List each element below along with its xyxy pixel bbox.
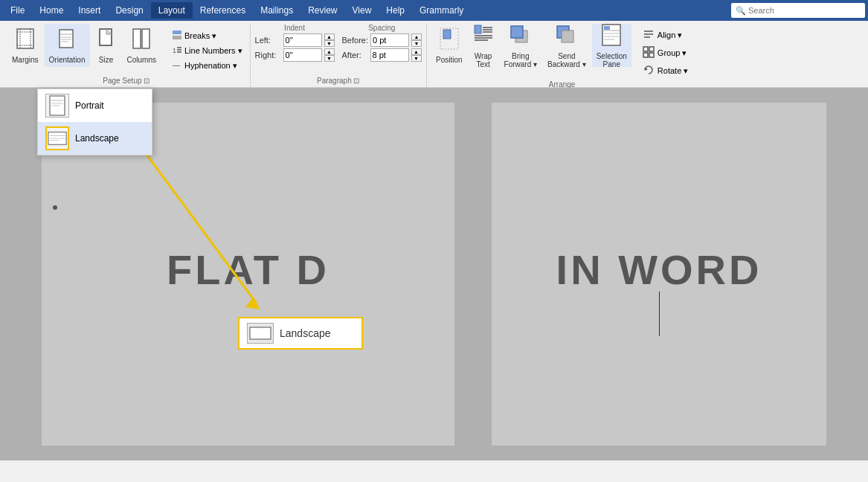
bullet-point xyxy=(53,205,57,210)
landscape-tooltip-label: Landscape xyxy=(280,327,331,339)
indent-left-up[interactable]: ▲ xyxy=(324,33,335,40)
arrange-small-btns: Align ▾ Group ▾ xyxy=(638,27,692,79)
svg-rect-10 xyxy=(100,29,112,45)
indent-right-row: Right: ▲ ▼ xyxy=(255,48,335,62)
size-button[interactable]: Size xyxy=(91,24,121,67)
selection-pane-button[interactable]: SelectionPane xyxy=(592,24,631,67)
group-button[interactable]: Group ▾ xyxy=(638,45,692,61)
spacing-before-spinner[interactable]: ▲ ▼ xyxy=(411,33,422,47)
position-label: Position xyxy=(436,56,463,64)
ribbon-body: Margins Orientation xyxy=(0,21,868,88)
bring-forward-icon xyxy=(509,23,532,50)
menu-mailings[interactable]: Mailings xyxy=(253,2,300,19)
svg-marker-46 xyxy=(645,68,648,71)
line-numbers-label: Line Numbers ▾ xyxy=(184,46,242,56)
svg-rect-42 xyxy=(643,47,648,51)
size-icon xyxy=(96,27,117,54)
send-backward-icon xyxy=(556,23,578,50)
indent-right-down[interactable]: ▼ xyxy=(324,55,335,62)
page-setup-expand-icon[interactable]: ⊡ xyxy=(144,77,150,85)
orientation-dropdown: Portrait Landscape xyxy=(37,89,152,155)
rotate-button[interactable]: Rotate ▾ xyxy=(638,62,692,79)
indent-right-input[interactable] xyxy=(283,48,322,62)
position-icon xyxy=(439,27,460,54)
page-cursor xyxy=(659,292,660,336)
indent-left-down[interactable]: ▼ xyxy=(324,40,335,47)
spacing-after-down[interactable]: ▼ xyxy=(411,55,422,62)
selection-pane-icon xyxy=(601,23,622,50)
svg-text:—: — xyxy=(173,61,180,69)
spacing-before-input[interactable] xyxy=(370,33,409,47)
margins-button[interactable]: Margins xyxy=(7,24,43,67)
rotate-icon xyxy=(643,64,655,77)
rotate-label: Rotate ▾ xyxy=(658,66,688,76)
arrange-controls: Position WrapText xyxy=(431,24,692,79)
dropdown-item-landscape[interactable]: Landscape xyxy=(38,122,152,155)
group-label: Group ▾ xyxy=(658,48,687,58)
page-2[interactable]: IN WORD xyxy=(492,103,826,446)
page-setup-group-label: Page Setup ⊡ xyxy=(103,75,150,87)
spacing-before-label: Before: xyxy=(342,36,368,45)
hyphenation-button[interactable]: — Hyphenation ▾ xyxy=(169,58,245,73)
paragraph-expand-icon[interactable]: ⊡ xyxy=(353,77,359,85)
search-input[interactable] xyxy=(748,6,861,15)
menu-file[interactable]: File xyxy=(3,2,32,19)
indent-group: Indent Left: ▲ ▼ Right: ▲ ▼ xyxy=(255,24,335,63)
columns-icon xyxy=(131,27,152,54)
wrap-text-icon xyxy=(473,23,494,50)
spacing-before-row: Before: ▲ ▼ xyxy=(342,33,422,47)
svg-rect-13 xyxy=(173,30,181,34)
orientation-button[interactable]: Orientation xyxy=(45,24,90,67)
align-button[interactable]: Align ▾ xyxy=(638,27,692,43)
indent-right-up[interactable]: ▲ xyxy=(324,48,335,55)
orientation-icon xyxy=(57,27,77,54)
spacing-before-up[interactable]: ▲ xyxy=(411,33,422,40)
wrap-text-label: WrapText xyxy=(475,52,492,68)
ribbon-group-arrange: Position WrapText xyxy=(427,24,697,87)
menu-insert[interactable]: Insert xyxy=(71,2,108,19)
menu-layout[interactable]: Layout xyxy=(151,2,193,19)
spacing-after-spinner[interactable]: ▲ ▼ xyxy=(411,48,422,62)
menu-references[interactable]: References xyxy=(193,2,253,19)
svg-rect-5 xyxy=(60,30,73,48)
line-numbers-icon: 1 xyxy=(172,45,182,57)
portrait-label: Portrait xyxy=(75,100,104,111)
orientation-label: Orientation xyxy=(49,56,86,64)
menu-help[interactable]: Help xyxy=(379,2,412,19)
portrait-icon xyxy=(45,94,69,118)
page1-text: FLAT D xyxy=(167,245,329,294)
ribbon-group-page-setup: Margins Orientation xyxy=(3,24,251,87)
indent-left-row: Left: ▲ ▼ xyxy=(255,33,335,47)
breaks-button[interactable]: Breaks ▾ xyxy=(169,28,245,43)
line-numbers-button[interactable]: 1 Line Numbers ▾ xyxy=(169,43,245,58)
svg-rect-45 xyxy=(649,53,654,57)
menu-home[interactable]: Home xyxy=(32,2,71,19)
search-bar[interactable]: 🔍 xyxy=(731,3,865,18)
spacing-after-input[interactable] xyxy=(370,48,409,62)
wrap-text-button[interactable]: WrapText xyxy=(469,24,498,67)
menu-review[interactable]: Review xyxy=(300,2,344,19)
spacing-after-up[interactable]: ▲ xyxy=(411,48,422,55)
dropdown-item-portrait[interactable]: Portrait xyxy=(38,89,152,122)
margins-label: Margins xyxy=(12,56,39,64)
svg-rect-21 xyxy=(443,30,451,39)
position-button[interactable]: Position xyxy=(431,24,467,67)
columns-button[interactable]: Columns xyxy=(123,24,161,67)
indent-label: Indent xyxy=(255,24,335,32)
menu-view[interactable]: View xyxy=(345,2,379,19)
hyphenation-label: Hyphenation ▾ xyxy=(184,61,237,71)
margins-icon xyxy=(15,27,36,54)
indent-left-spinner[interactable]: ▲ ▼ xyxy=(324,33,335,47)
svg-rect-44 xyxy=(643,53,648,57)
spacing-after-label: After: xyxy=(342,51,368,60)
bring-forward-button[interactable]: BringForward ▾ xyxy=(500,24,541,67)
menu-grammarly[interactable]: Grammarly xyxy=(412,2,471,19)
svg-text:1: 1 xyxy=(173,47,176,54)
indent-right-spinner[interactable]: ▲ ▼ xyxy=(324,48,335,62)
spacing-before-down[interactable]: ▼ xyxy=(411,40,422,47)
size-label: Size xyxy=(99,56,113,64)
send-backward-button[interactable]: SendBackward ▾ xyxy=(543,24,591,67)
landscape-tooltip-icon xyxy=(247,323,274,344)
menu-design[interactable]: Design xyxy=(108,2,150,19)
indent-left-input[interactable] xyxy=(283,33,322,47)
